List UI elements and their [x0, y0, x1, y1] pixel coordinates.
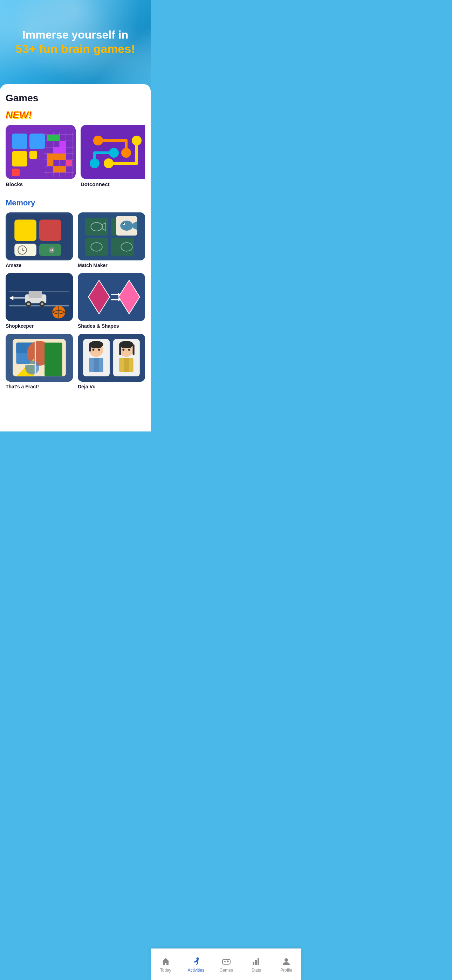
- svg-rect-98: [13, 364, 35, 365]
- game-item-amaze[interactable]: Amaze: [6, 212, 73, 268]
- game-image-shades: [78, 273, 145, 321]
- new-badge: NEW!: [6, 109, 32, 121]
- memory-games-grid: Amaze: [6, 212, 145, 390]
- svg-rect-17: [47, 135, 53, 141]
- svg-point-96: [25, 360, 39, 374]
- svg-point-62: [123, 223, 124, 224]
- svg-rect-103: [89, 345, 91, 352]
- svg-rect-22: [47, 154, 53, 160]
- svg-rect-97: [35, 339, 36, 376]
- svg-rect-28: [60, 166, 66, 172]
- game-image-dejavu: [78, 334, 145, 382]
- hero-section: Immerse yourself in 53+ fun brain games!: [0, 0, 151, 98]
- svg-rect-25: [47, 160, 53, 166]
- svg-point-40: [109, 148, 119, 158]
- game-item-fract[interactable]: That's a Fract!: [6, 334, 73, 390]
- svg-line-108: [92, 348, 95, 348]
- svg-rect-2: [12, 151, 27, 167]
- svg-rect-23: [53, 154, 60, 160]
- svg-rect-4: [12, 169, 20, 176]
- svg-rect-44: [39, 220, 61, 241]
- svg-rect-57: [111, 238, 134, 256]
- svg-point-102: [89, 341, 103, 348]
- game-image-blocks: [6, 125, 76, 179]
- svg-point-59: [120, 221, 133, 231]
- game-image-matchmaker: [78, 212, 145, 261]
- svg-point-107: [98, 349, 100, 351]
- svg-rect-21: [60, 147, 66, 154]
- hero-line1: Immerse yourself in: [22, 28, 128, 41]
- hero-line2: 53+ fun brain games!: [16, 42, 135, 56]
- game-label-dejavu: Deja Vu: [78, 384, 145, 390]
- game-label-matchmaker: Match Maker: [78, 262, 145, 268]
- svg-rect-26: [66, 160, 72, 166]
- memory-category-title: Memory: [6, 198, 145, 207]
- game-label-fract: That's a Fract!: [6, 384, 73, 390]
- svg-point-77: [41, 302, 43, 305]
- game-label-amaze: Amaze: [6, 262, 73, 268]
- game-image-amaze: [6, 212, 73, 261]
- game-label-dotconnect: Dotconnect: [81, 181, 145, 187]
- svg-rect-27: [53, 166, 60, 172]
- game-item-shades[interactable]: Shades & Shapes: [78, 273, 145, 329]
- svg-rect-116: [124, 358, 129, 372]
- game-image-fract: [6, 334, 73, 382]
- game-image-shopkeeper: [6, 273, 73, 321]
- svg-rect-43: [14, 220, 37, 241]
- svg-rect-113: [119, 345, 121, 355]
- svg-rect-73: [29, 291, 42, 298]
- game-image-dotconnect: [81, 125, 145, 179]
- svg-rect-105: [94, 358, 99, 372]
- svg-point-75: [27, 302, 30, 305]
- main-card: Games NEW!: [0, 84, 151, 431]
- game-item-dejavu[interactable]: Deja Vu: [78, 334, 145, 390]
- game-label-blocks: Blocks: [6, 181, 76, 187]
- svg-point-32: [121, 148, 131, 158]
- svg-point-118: [128, 349, 130, 351]
- game-label-shades: Shades & Shapes: [78, 323, 145, 329]
- svg-line-109: [98, 348, 100, 348]
- svg-rect-1: [29, 134, 45, 149]
- game-card-dotconnect[interactable]: Dotconnect: [81, 125, 145, 187]
- svg-point-112: [119, 341, 133, 348]
- games-title: Games: [6, 92, 145, 104]
- game-item-shopkeeper[interactable]: Shopkeeper: [6, 273, 73, 329]
- svg-rect-20: [53, 147, 60, 154]
- new-games-row[interactable]: Blocks: [6, 125, 145, 190]
- svg-point-106: [92, 349, 94, 351]
- svg-rect-54: [85, 218, 108, 236]
- svg-rect-3: [29, 151, 37, 159]
- svg-rect-19: [60, 141, 66, 147]
- svg-rect-0: [12, 134, 27, 149]
- svg-rect-18: [53, 135, 60, 141]
- svg-rect-56: [85, 238, 108, 256]
- svg-rect-24: [60, 154, 66, 160]
- game-item-matchmaker[interactable]: Match Maker: [78, 212, 145, 268]
- svg-rect-114: [133, 345, 135, 355]
- svg-point-36: [104, 158, 113, 168]
- game-card-blocks[interactable]: Blocks: [6, 125, 76, 187]
- svg-point-117: [122, 349, 124, 351]
- game-label-shopkeeper: Shopkeeper: [6, 323, 73, 329]
- svg-rect-94: [45, 343, 62, 376]
